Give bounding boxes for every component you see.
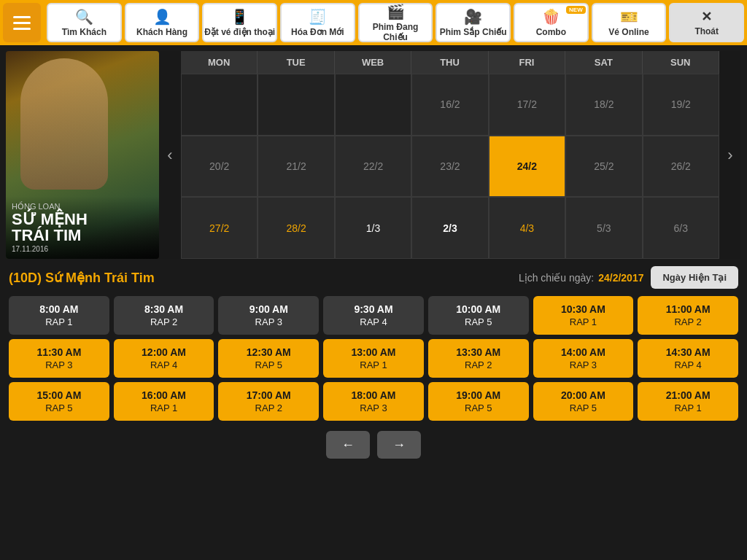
close-icon: ✕ <box>701 9 712 25</box>
thoat-button[interactable]: ✕ Thoát <box>669 3 744 42</box>
combo-button[interactable]: NEW 🍿 Combo <box>514 3 589 42</box>
cal-cell-24-2-today[interactable]: 24/2 <box>489 136 565 198</box>
cal-cell-26-2[interactable]: 26/2 <box>643 136 719 198</box>
camera-icon: 🎥 <box>464 8 482 26</box>
nav-phim-sap-chieu[interactable]: 🎥 Phim Sắp Chiếu <box>434 3 509 42</box>
poster-title: SỨ MỆNHTRÁI TIM <box>12 211 153 244</box>
cal-cell-23-2[interactable]: 23/2 <box>411 136 488 198</box>
schedule-date: 24/2/2017 <box>598 272 643 284</box>
nav-hoa-don[interactable]: 🧾 Hóa Đơn Mới <box>279 3 354 42</box>
calendar-body: 16/2 17/2 18/2 19/2 20/2 21/2 22/2 23/2 … <box>181 74 719 259</box>
showtime-2000-rap5[interactable]: 20:00 AM RAP 5 <box>533 382 634 421</box>
next-page-button[interactable]: → <box>377 431 421 459</box>
nav-combo[interactable]: NEW 🍿 Combo <box>512 3 587 42</box>
showtime-1430-rap4[interactable]: 14:30 AM RAP 4 <box>638 339 738 378</box>
cal-cell <box>181 74 258 136</box>
film-icon: 🎬 <box>387 3 405 20</box>
showtime-830-rap2[interactable]: 8:30 AM RAP 2 <box>114 296 214 335</box>
showtime-1700-rap2[interactable]: 17:00 AM RAP 2 <box>218 382 319 421</box>
hamburger-icon <box>13 28 31 30</box>
showtime-time: 9:30 AM <box>328 303 419 315</box>
calendar-prev-arrow[interactable]: ‹ <box>159 51 181 259</box>
phim-dang-chieu-button[interactable]: 🎬 Phim Đang Chiếu <box>358 3 433 42</box>
showtime-800-rap1[interactable]: 8:00 AM RAP 1 <box>9 296 109 335</box>
cal-cell-21-2[interactable]: 21/2 <box>258 136 334 198</box>
menu-button[interactable] <box>3 3 41 42</box>
showtime-1130-rap3[interactable]: 11:30 AM RAP 3 <box>9 339 109 378</box>
showtime-1330-rap2[interactable]: 13:30 AM RAP 2 <box>428 339 529 378</box>
tim-khach-button[interactable]: 🔍 Tìm Khách <box>47 3 122 42</box>
cal-cell-17-2[interactable]: 17/2 <box>489 74 565 136</box>
calendar-next-arrow[interactable]: › <box>719 51 741 259</box>
prev-page-button[interactable]: ← <box>326 431 370 459</box>
dat-ve-label: Đặt vé điện thoại <box>204 27 275 37</box>
showtime-1000-rap5[interactable]: 10:00 AM RAP 5 <box>428 296 529 335</box>
cal-cell-28-2[interactable]: 28/2 <box>258 197 334 259</box>
showtime-2100-rap1[interactable]: 21:00 AM RAP 1 <box>638 382 738 421</box>
calendar-row-3: 27/2 28/2 1/3 2/3 4/3 5/3 6/3 <box>181 197 719 259</box>
showtime-time: 8:00 AM <box>13 303 105 315</box>
movie-info-bar: (10D) Sứ Mệnh Trái Tim Lịch chiếu ngày: … <box>6 259 741 296</box>
cal-cell-5-3[interactable]: 5/3 <box>565 197 642 259</box>
showtime-time: 18:00 AM <box>328 389 419 401</box>
showtime-time: 19:00 AM <box>433 389 525 401</box>
nav-tim-khach[interactable]: 🔍 Tìm Khách <box>45 3 120 42</box>
showtime-time: 11:30 AM <box>13 346 105 358</box>
cal-cell-4-3[interactable]: 4/3 <box>489 197 565 259</box>
cal-cell-2-3[interactable]: 2/3 <box>411 197 488 259</box>
showtime-room: RAP 4 <box>642 359 734 370</box>
cal-cell-22-2[interactable]: 22/2 <box>335 136 411 198</box>
hoa-don-label: Hóa Đơn Mới <box>291 27 344 37</box>
showtime-time: 21:00 AM <box>642 389 734 401</box>
pagination: ← → <box>6 421 741 464</box>
showtime-1400-rap3[interactable]: 14:00 AM RAP 3 <box>533 339 634 378</box>
nav-ve-online[interactable]: 🎫 Vé Online <box>590 3 665 42</box>
showtime-time: 15:00 AM <box>13 389 105 401</box>
cal-cell <box>335 74 411 136</box>
cal-cell-6-3[interactable]: 6/3 <box>643 197 719 259</box>
showtime-room: RAP 1 <box>328 359 419 370</box>
showtime-1900-rap5[interactable]: 19:00 AM RAP 5 <box>428 382 529 421</box>
showtime-1230-rap5[interactable]: 12:30 AM RAP 5 <box>218 339 319 378</box>
hoa-don-button[interactable]: 🧾 Hóa Đơn Mới <box>280 3 355 42</box>
cal-cell-16-2[interactable]: 16/2 <box>411 74 488 136</box>
showtime-room: RAP 5 <box>433 402 525 413</box>
showtime-1300-rap1[interactable]: 13:00 AM RAP 1 <box>323 339 424 378</box>
calendar-wrapper: ‹ MON TUE WEB THU FRI SAT SUN <box>159 51 741 259</box>
cal-cell-19-2[interactable]: 19/2 <box>643 74 719 136</box>
cal-cell-20-2[interactable]: 20/2 <box>181 136 258 198</box>
showtime-1500-rap5[interactable]: 15:00 AM RAP 5 <box>9 382 109 421</box>
showtime-room: RAP 4 <box>118 359 210 370</box>
nav-khach-hang[interactable]: 👤 Khách Hàng <box>123 3 198 42</box>
nav-phim-dang-chieu[interactable]: 🎬 Phim Đang Chiếu <box>357 3 432 42</box>
phim-sap-chieu-button[interactable]: 🎥 Phim Sắp Chiếu <box>436 3 511 42</box>
showtime-room: RAP 2 <box>433 359 525 370</box>
top-section: HỒNG LOAN SỨ MỆNHTRÁI TIM 17.11.2016 ‹ M… <box>6 51 741 259</box>
cal-cell-1-3[interactable]: 1/3 <box>335 197 411 259</box>
popcorn-icon: 🍿 <box>542 8 560 26</box>
cal-cell-25-2[interactable]: 25/2 <box>565 136 642 198</box>
khach-hang-button[interactable]: 👤 Khách Hàng <box>125 3 200 42</box>
nav-thoat[interactable]: ✕ Thoát <box>667 3 743 42</box>
person-icon: 👤 <box>153 8 171 26</box>
showtime-930-rap4[interactable]: 9:30 AM RAP 4 <box>323 296 424 335</box>
showtime-time: 11:00 AM <box>642 303 734 315</box>
today-button[interactable]: Ngày Hiện Tại <box>651 266 738 289</box>
nav-dat-ve[interactable]: 📱 Đặt vé điện thoại <box>201 3 276 42</box>
showtime-time: 12:00 AM <box>118 346 210 358</box>
showtime-room: RAP 5 <box>538 402 630 413</box>
showtime-1800-rap3[interactable]: 18:00 AM RAP 3 <box>323 382 424 421</box>
tim-khach-label: Tìm Khách <box>62 27 107 37</box>
showtime-1200-rap4[interactable]: 12:00 AM RAP 4 <box>114 339 214 378</box>
hamburger-icon <box>13 22 31 24</box>
cal-cell-18-2[interactable]: 18/2 <box>565 74 642 136</box>
dat-ve-button[interactable]: 📱 Đặt vé điện thoại <box>202 3 277 42</box>
ve-online-label: Vé Online <box>608 27 649 37</box>
cal-cell-27-2[interactable]: 27/2 <box>181 197 258 259</box>
showtime-1100-rap2[interactable]: 11:00 AM RAP 2 <box>638 296 738 335</box>
showtime-time: 13:30 AM <box>433 346 525 358</box>
showtime-1600-rap1[interactable]: 16:00 AM RAP 1 <box>114 382 214 421</box>
showtime-900-rap3[interactable]: 9:00 AM RAP 3 <box>218 296 319 335</box>
showtime-1030-rap1[interactable]: 10:30 AM RAP 1 <box>533 296 634 335</box>
ve-online-button[interactable]: 🎫 Vé Online <box>592 3 667 42</box>
